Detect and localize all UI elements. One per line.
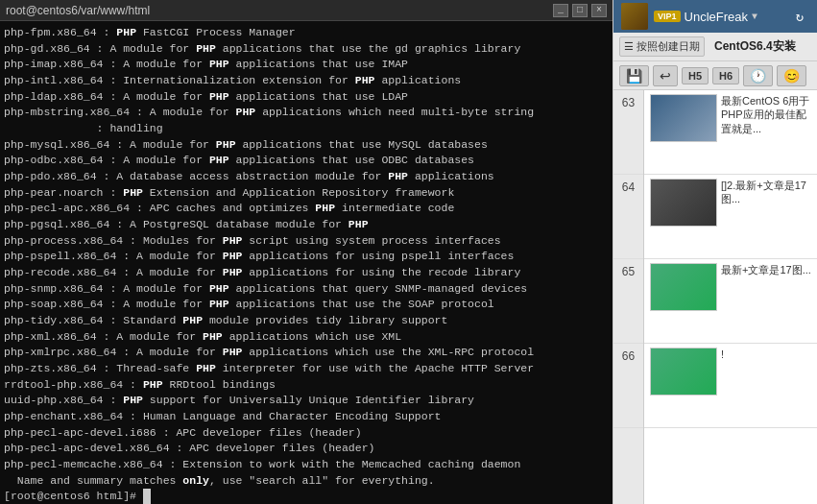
clock-button[interactable]: 🕐 bbox=[743, 65, 773, 86]
terminal-line: php-enchant.x86_64 : Human Language and … bbox=[4, 409, 609, 425]
maximize-button[interactable]: □ bbox=[572, 4, 588, 17]
terminal-line: php-ldap.x86_64 : A module for PHP appli… bbox=[4, 89, 609, 106]
sidebar-item[interactable]: ! bbox=[644, 344, 817, 428]
sidebar-item-thumbnail bbox=[650, 348, 717, 396]
terminal-title: root@centos6/var/www/html bbox=[6, 4, 150, 17]
terminal-line: Name and summary matches only, use "sear… bbox=[4, 473, 609, 490]
terminal-line: php-pdo.x86_64 : A database access abstr… bbox=[4, 169, 609, 185]
minimize-button[interactable]: _ bbox=[553, 4, 568, 17]
terminal-line: php-xml.x86_64 : A module for PHP applic… bbox=[4, 329, 609, 346]
sidebar: VIP1 UncleFreak ▼ ↻ ☰ 按照创建日期 CentOS6.4安装… bbox=[613, 0, 817, 504]
terminal-line: php-xmlrpc.x86_64 : A module for PHP app… bbox=[4, 345, 609, 361]
refresh-button[interactable]: ↻ bbox=[790, 7, 809, 26]
avatar bbox=[621, 3, 648, 30]
vip-badge: VIP1 bbox=[654, 11, 681, 22]
terminal-line: php-pecl-apc.x86_64 : APC caches and opt… bbox=[4, 201, 609, 217]
terminal-controls: _ □ × bbox=[553, 4, 607, 17]
sidebar-item[interactable]: []2.最新+文章是17图... bbox=[644, 175, 817, 259]
terminal-line: php-mysql.x86_64 : A module for PHP appl… bbox=[4, 137, 609, 154]
smile-button[interactable]: 😊 bbox=[777, 65, 806, 86]
terminal-line: php-tidy.x86_64 : Standard PHP module pr… bbox=[4, 313, 609, 329]
sort-label: 按照创建日期 bbox=[637, 39, 700, 54]
username-dropdown-icon[interactable]: ▼ bbox=[752, 12, 757, 22]
sidebar-item-number: 63 bbox=[613, 90, 643, 175]
sidebar-toolbar: ☰ 按照创建日期 CentOS6.4安装 bbox=[613, 33, 817, 61]
terminal-content[interactable]: php-fpm.x86_64 : PHP FastCGI Process Man… bbox=[0, 21, 613, 504]
sidebar-item-text: ! bbox=[721, 348, 724, 396]
sidebar-items: 最新CentOS 6用于PHP应用的最佳配置就是...[]2.最新+文章是17图… bbox=[644, 90, 817, 504]
sidebar-item-text: []2.最新+文章是17图... bbox=[721, 179, 811, 227]
terminal-line: php-pspell.x86_64 : A module for PHP app… bbox=[4, 249, 609, 265]
sidebar-item-number: 66 bbox=[613, 344, 643, 428]
avatar-image bbox=[621, 3, 648, 30]
username-area: VIP1 UncleFreak ▼ bbox=[654, 10, 757, 24]
terminal-line: php-pecl-apc-devel.x86_64 : APC develope… bbox=[4, 441, 609, 457]
terminal-line: rrdtool-php.x86_64 : PHP RRDtool binding… bbox=[4, 377, 609, 394]
sidebar-item-thumbnail bbox=[650, 94, 717, 142]
undo-button[interactable]: ↩ bbox=[653, 65, 678, 86]
h6-button[interactable]: H6 bbox=[712, 67, 739, 84]
terminal-line: php-odbc.x86_64 : A module for PHP appli… bbox=[4, 153, 609, 169]
terminal-line: php-soap.x86_64 : A module for PHP appli… bbox=[4, 297, 609, 313]
terminal-line: php-mbstring.x86_64 : A module for PHP a… bbox=[4, 105, 609, 121]
terminal-window: root@centos6/var/www/html _ □ × php-fpm.… bbox=[0, 0, 613, 504]
terminal-line: php-pgsql.x86_64 : A PostgreSQL database… bbox=[4, 217, 609, 233]
sidebar-numbers: 63646566 bbox=[613, 90, 644, 504]
sidebar-item-number: 64 bbox=[613, 175, 643, 259]
username-label: UncleFreak bbox=[685, 10, 748, 24]
close-button[interactable]: × bbox=[591, 4, 607, 17]
sort-button[interactable]: ☰ 按照创建日期 bbox=[619, 36, 705, 57]
editor-toolbar: 💾 ↩ H5 H6 🕐 😊 bbox=[613, 61, 817, 90]
sidebar-item-thumbnail bbox=[650, 179, 717, 227]
terminal-line: php-pear.noarch : PHP Extension and Appl… bbox=[4, 185, 609, 202]
terminal-line: php-fpm.x86_64 : PHP FastCGI Process Man… bbox=[4, 25, 609, 41]
terminal-line: [root@centos6 html]# bbox=[4, 489, 609, 504]
terminal-line: php-intl.x86_64 : Internationalization e… bbox=[4, 73, 609, 89]
sort-icon: ☰ bbox=[624, 40, 634, 53]
sidebar-item[interactable]: 最新+文章是17图... bbox=[644, 259, 817, 344]
sidebar-item-text: 最新CentOS 6用于PHP应用的最佳配置就是... bbox=[721, 94, 811, 142]
centos-title: CentOS6.4安装 bbox=[714, 38, 796, 55]
h5-button[interactable]: H5 bbox=[682, 67, 709, 84]
sidebar-item-thumbnail bbox=[650, 263, 717, 311]
terminal-line: php-recode.x86_64 : A module for PHP app… bbox=[4, 265, 609, 281]
sidebar-item-text: 最新+文章是17图... bbox=[721, 263, 811, 311]
terminal-line: php-snmp.x86_64 : A module for PHP appli… bbox=[4, 281, 609, 298]
save-button[interactable]: 💾 bbox=[619, 65, 649, 86]
sidebar-item[interactable]: 最新CentOS 6用于PHP应用的最佳配置就是... bbox=[644, 90, 817, 175]
terminal-line: php-pecl-apc-devel.i686 : APC developer … bbox=[4, 425, 609, 442]
terminal-titlebar: root@centos6/var/www/html _ □ × bbox=[0, 0, 613, 21]
terminal-line: php-gd.x86_64 : A module for PHP applica… bbox=[4, 41, 609, 58]
terminal-line: php-zts.x86_64 : Thread-safe PHP interpr… bbox=[4, 361, 609, 377]
terminal-line: : handling bbox=[4, 121, 609, 137]
terminal-line: php-imap.x86_64 : A module for PHP appli… bbox=[4, 57, 609, 73]
sidebar-content: 63646566 最新CentOS 6用于PHP应用的最佳配置就是...[]2.… bbox=[613, 90, 817, 504]
terminal-line: php-pecl-memcache.x86_64 : Extension to … bbox=[4, 457, 609, 473]
terminal-line: php-process.x86_64 : Modules for PHP scr… bbox=[4, 233, 609, 250]
terminal-line: uuid-php.x86_64 : PHP support for Univer… bbox=[4, 393, 609, 409]
sidebar-item-number: 65 bbox=[613, 259, 643, 344]
sidebar-header: VIP1 UncleFreak ▼ ↻ bbox=[613, 0, 817, 33]
